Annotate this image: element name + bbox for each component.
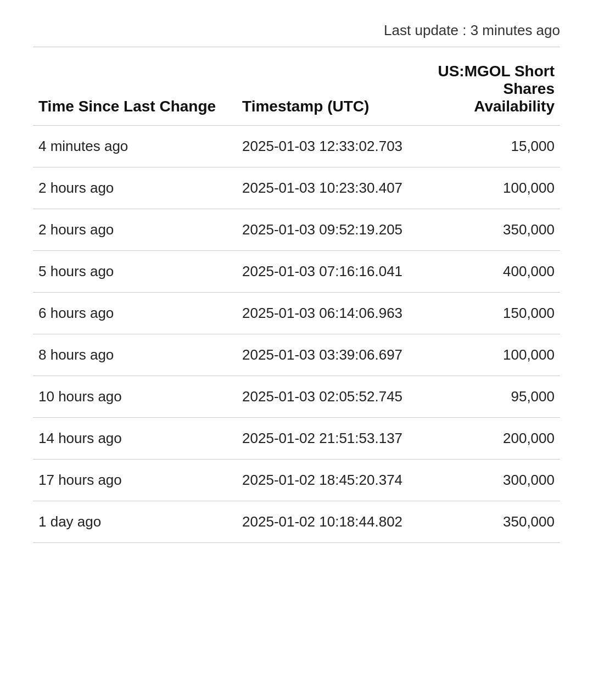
- cell-time-since: 17 hours ago: [33, 460, 237, 501]
- table-row: 4 minutes ago2025-01-03 12:33:02.70315,0…: [33, 126, 560, 167]
- cell-timestamp: 2025-01-03 10:23:30.407: [237, 167, 422, 209]
- table-row: 5 hours ago2025-01-03 07:16:16.041400,00…: [33, 251, 560, 293]
- cell-shares: 95,000: [422, 376, 560, 418]
- cell-time-since: 10 hours ago: [33, 376, 237, 418]
- cell-timestamp: 2025-01-03 06:14:06.963: [237, 293, 422, 334]
- table-row: 10 hours ago2025-01-03 02:05:52.74595,00…: [33, 376, 560, 418]
- cell-shares: 200,000: [422, 418, 560, 460]
- col-header-shares: US:MGOL ShortSharesAvailability: [422, 47, 560, 126]
- cell-time-since: 6 hours ago: [33, 293, 237, 334]
- data-table: Time Since Last Change Timestamp (UTC) U…: [33, 47, 560, 543]
- cell-timestamp: 2025-01-02 10:18:44.802: [237, 501, 422, 543]
- table-row: 6 hours ago2025-01-03 06:14:06.963150,00…: [33, 293, 560, 334]
- table-row: 1 day ago2025-01-02 10:18:44.802350,000: [33, 501, 560, 543]
- table-header-row: Time Since Last Change Timestamp (UTC) U…: [33, 47, 560, 126]
- cell-timestamp: 2025-01-03 12:33:02.703: [237, 126, 422, 167]
- main-container: Last update : 3 minutes ago Time Since L…: [33, 22, 560, 543]
- cell-time-since: 8 hours ago: [33, 334, 237, 376]
- cell-timestamp: 2025-01-03 03:39:06.697: [237, 334, 422, 376]
- cell-timestamp: 2025-01-03 07:16:16.041: [237, 251, 422, 293]
- col-header-timestamp: Timestamp (UTC): [237, 47, 422, 126]
- cell-shares: 15,000: [422, 126, 560, 167]
- col-header-time-since: Time Since Last Change: [33, 47, 237, 126]
- table-row: 8 hours ago2025-01-03 03:39:06.697100,00…: [33, 334, 560, 376]
- table-row: 2 hours ago2025-01-03 10:23:30.407100,00…: [33, 167, 560, 209]
- table-row: 2 hours ago2025-01-03 09:52:19.205350,00…: [33, 209, 560, 251]
- cell-shares: 400,000: [422, 251, 560, 293]
- cell-shares: 100,000: [422, 167, 560, 209]
- cell-time-since: 1 day ago: [33, 501, 237, 543]
- cell-time-since: 2 hours ago: [33, 209, 237, 251]
- cell-time-since: 5 hours ago: [33, 251, 237, 293]
- cell-time-since: 2 hours ago: [33, 167, 237, 209]
- cell-shares: 350,000: [422, 501, 560, 543]
- table-row: 17 hours ago2025-01-02 18:45:20.374300,0…: [33, 460, 560, 501]
- cell-timestamp: 2025-01-03 09:52:19.205: [237, 209, 422, 251]
- cell-shares: 100,000: [422, 334, 560, 376]
- cell-shares: 350,000: [422, 209, 560, 251]
- cell-time-since: 4 minutes ago: [33, 126, 237, 167]
- cell-timestamp: 2025-01-02 18:45:20.374: [237, 460, 422, 501]
- last-update-label: Last update : 3 minutes ago: [33, 22, 560, 47]
- table-body: 4 minutes ago2025-01-03 12:33:02.70315,0…: [33, 126, 560, 543]
- cell-shares: 150,000: [422, 293, 560, 334]
- cell-timestamp: 2025-01-03 02:05:52.745: [237, 376, 422, 418]
- cell-timestamp: 2025-01-02 21:51:53.137: [237, 418, 422, 460]
- table-row: 14 hours ago2025-01-02 21:51:53.137200,0…: [33, 418, 560, 460]
- cell-time-since: 14 hours ago: [33, 418, 237, 460]
- cell-shares: 300,000: [422, 460, 560, 501]
